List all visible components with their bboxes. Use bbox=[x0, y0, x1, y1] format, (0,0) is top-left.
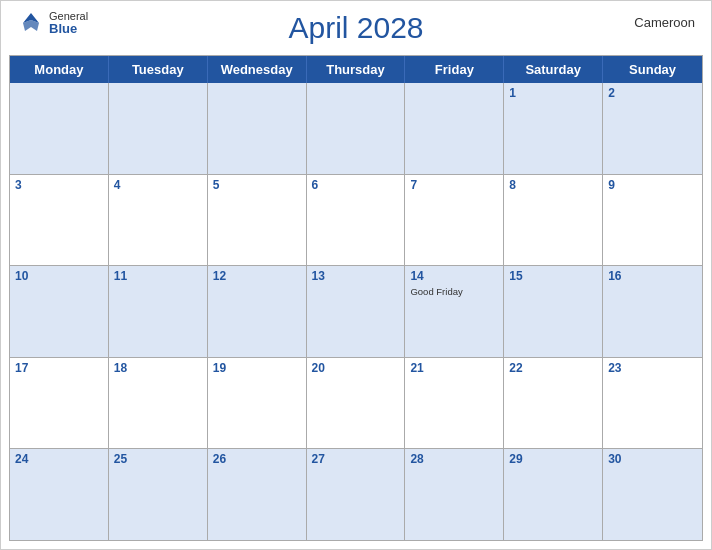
day-number: 5 bbox=[213, 178, 301, 194]
header-wednesday: Wednesday bbox=[208, 56, 307, 83]
day-cell: 27 bbox=[307, 449, 406, 540]
header-monday: Monday bbox=[10, 56, 109, 83]
day-cell: 21 bbox=[405, 358, 504, 449]
day-number: 23 bbox=[608, 361, 697, 377]
calendar-grid: Monday Tuesday Wednesday Thursday Friday… bbox=[9, 55, 703, 541]
day-cell: 1 bbox=[504, 83, 603, 174]
header-friday: Friday bbox=[405, 56, 504, 83]
day-cell: 15 bbox=[504, 266, 603, 357]
day-number: 11 bbox=[114, 269, 202, 285]
week-row-1: 12 bbox=[10, 83, 702, 174]
logo-bird-icon bbox=[17, 9, 45, 37]
week-row-4: 17181920212223 bbox=[10, 357, 702, 449]
day-cell: 19 bbox=[208, 358, 307, 449]
day-number: 19 bbox=[213, 361, 301, 377]
day-cell: 30 bbox=[603, 449, 702, 540]
logo-text: General Blue bbox=[49, 10, 88, 36]
day-number: 2 bbox=[608, 86, 697, 102]
calendar-header: General Blue April 2028 Cameroon bbox=[1, 1, 711, 51]
country-label: Cameroon bbox=[634, 15, 695, 30]
day-cell: 20 bbox=[307, 358, 406, 449]
day-cell: 16 bbox=[603, 266, 702, 357]
day-number: 9 bbox=[608, 178, 697, 194]
day-cell: 11 bbox=[109, 266, 208, 357]
day-number: 7 bbox=[410, 178, 498, 194]
day-cell bbox=[208, 83, 307, 174]
day-number: 12 bbox=[213, 269, 301, 285]
day-number: 17 bbox=[15, 361, 103, 377]
day-cell: 7 bbox=[405, 175, 504, 266]
day-cell bbox=[10, 83, 109, 174]
weeks-container: 1234567891011121314Good Friday1516171819… bbox=[10, 83, 702, 540]
day-cell: 3 bbox=[10, 175, 109, 266]
week-row-2: 3456789 bbox=[10, 174, 702, 266]
day-number: 26 bbox=[213, 452, 301, 468]
logo-blue: Blue bbox=[49, 22, 88, 36]
day-number: 18 bbox=[114, 361, 202, 377]
day-cell: 5 bbox=[208, 175, 307, 266]
day-cell: 6 bbox=[307, 175, 406, 266]
day-number: 21 bbox=[410, 361, 498, 377]
day-cell: 8 bbox=[504, 175, 603, 266]
week-row-3: 1011121314Good Friday1516 bbox=[10, 265, 702, 357]
day-cell: 9 bbox=[603, 175, 702, 266]
day-number: 3 bbox=[15, 178, 103, 194]
day-cell: 14Good Friday bbox=[405, 266, 504, 357]
day-cell: 26 bbox=[208, 449, 307, 540]
header-sunday: Sunday bbox=[603, 56, 702, 83]
day-number: 14 bbox=[410, 269, 498, 285]
day-cell: 4 bbox=[109, 175, 208, 266]
day-number: 16 bbox=[608, 269, 697, 285]
day-cell: 23 bbox=[603, 358, 702, 449]
day-cell bbox=[307, 83, 406, 174]
day-number: 8 bbox=[509, 178, 597, 194]
day-number: 4 bbox=[114, 178, 202, 194]
header-tuesday: Tuesday bbox=[109, 56, 208, 83]
day-cell: 2 bbox=[603, 83, 702, 174]
day-cell: 12 bbox=[208, 266, 307, 357]
day-cell: 18 bbox=[109, 358, 208, 449]
page-title: April 2028 bbox=[288, 11, 423, 45]
day-cell bbox=[405, 83, 504, 174]
day-number: 24 bbox=[15, 452, 103, 468]
day-number: 22 bbox=[509, 361, 597, 377]
week-row-5: 24252627282930 bbox=[10, 448, 702, 540]
day-cell: 17 bbox=[10, 358, 109, 449]
day-number: 15 bbox=[509, 269, 597, 285]
calendar-page: General Blue April 2028 Cameroon Monday … bbox=[0, 0, 712, 550]
day-number: 27 bbox=[312, 452, 400, 468]
day-number: 6 bbox=[312, 178, 400, 194]
day-number: 1 bbox=[509, 86, 597, 102]
event-label: Good Friday bbox=[410, 286, 498, 297]
day-cell: 29 bbox=[504, 449, 603, 540]
day-headers-row: Monday Tuesday Wednesday Thursday Friday… bbox=[10, 56, 702, 83]
day-number: 30 bbox=[608, 452, 697, 468]
day-number: 29 bbox=[509, 452, 597, 468]
day-cell: 25 bbox=[109, 449, 208, 540]
day-number: 10 bbox=[15, 269, 103, 285]
day-cell: 28 bbox=[405, 449, 504, 540]
day-number: 28 bbox=[410, 452, 498, 468]
day-cell bbox=[109, 83, 208, 174]
day-cell: 22 bbox=[504, 358, 603, 449]
day-cell: 13 bbox=[307, 266, 406, 357]
logo: General Blue bbox=[17, 9, 88, 37]
day-number: 25 bbox=[114, 452, 202, 468]
day-cell: 24 bbox=[10, 449, 109, 540]
day-number: 13 bbox=[312, 269, 400, 285]
header-saturday: Saturday bbox=[504, 56, 603, 83]
header-thursday: Thursday bbox=[307, 56, 406, 83]
day-number: 20 bbox=[312, 361, 400, 377]
day-cell: 10 bbox=[10, 266, 109, 357]
